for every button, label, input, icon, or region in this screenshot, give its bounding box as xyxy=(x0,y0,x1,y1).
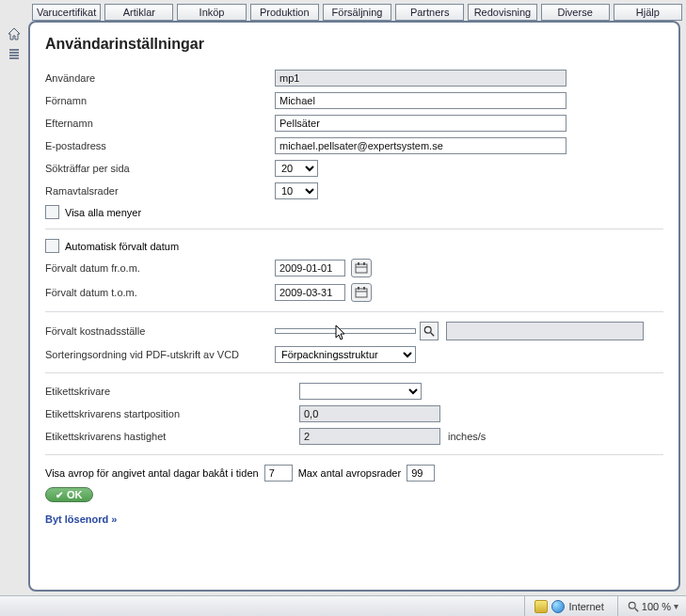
label-firstname: Förnamn xyxy=(45,95,275,106)
page-title: Användarinställningar xyxy=(45,36,663,53)
home-icon[interactable] xyxy=(7,26,22,41)
tab-inkop[interactable]: Inköp xyxy=(177,4,246,21)
settings-panel: Användarinställningar Användare mp1 Förn… xyxy=(28,21,680,592)
chevron-down-icon[interactable]: ▾ xyxy=(674,601,678,611)
label-user: Användare xyxy=(45,72,275,84)
display-cost-centre xyxy=(446,322,644,340)
label-printer: Etikettskrivare xyxy=(45,386,299,397)
list-icon[interactable] xyxy=(7,47,22,62)
select-framerows[interactable]: 10 xyxy=(275,182,318,199)
label-cost-centre: Förvalt kostnadsställe xyxy=(45,325,275,337)
magnifier-icon xyxy=(628,601,639,612)
select-hits[interactable]: 20 xyxy=(275,160,318,177)
input-date-from[interactable]: 2009-01-01 xyxy=(275,260,345,276)
divider xyxy=(45,372,663,373)
tab-redovisning[interactable]: Redovisning xyxy=(468,4,536,21)
label-avrop-max: Max antal avropsrader xyxy=(298,467,401,479)
input-cost-centre[interactable] xyxy=(275,328,416,334)
svg-rect-1 xyxy=(358,262,359,265)
label-hits: Sökträffar per sida xyxy=(45,163,275,174)
input-email[interactable]: michael.pellsater@expertsystem.se xyxy=(275,137,566,154)
tab-artiklar[interactable]: Artiklar xyxy=(104,4,173,21)
label-auto-default-date: Automatisk förvalt datum xyxy=(65,241,179,252)
label-printer-start: Etikettskrivarens startposition xyxy=(45,408,299,419)
calendar-to-button[interactable] xyxy=(351,283,372,302)
label-lastname: Efternamn xyxy=(45,118,275,129)
globe-icon xyxy=(551,600,565,613)
label-speed-unit: inches/s xyxy=(448,431,486,442)
shield-icon xyxy=(534,600,548,613)
svg-rect-0 xyxy=(356,264,367,273)
input-lastname[interactable]: Pellsäter xyxy=(275,115,566,132)
change-password-link[interactable]: Byt lösenord » xyxy=(45,513,117,525)
select-sort-pdf[interactable]: Förpackningsstruktur xyxy=(275,346,416,363)
label-printer-speed: Etikettskrivarens hastighet xyxy=(45,431,299,442)
left-toolbar xyxy=(0,21,28,594)
svg-rect-2 xyxy=(363,262,365,265)
calendar-icon xyxy=(355,287,368,298)
calendar-icon xyxy=(355,262,368,274)
label-date-to: Förvalt datum t.o.m. xyxy=(45,287,275,298)
lookup-cost-centre-button[interactable] xyxy=(420,322,439,340)
divider xyxy=(45,311,663,312)
input-firstname[interactable]: Michael xyxy=(275,92,566,109)
tab-partners[interactable]: Partners xyxy=(395,4,464,21)
input-avrop-days[interactable]: 7 xyxy=(264,465,293,482)
svg-rect-3 xyxy=(356,289,367,297)
ok-button[interactable]: ✔ OK xyxy=(45,487,93,502)
label-show-all-menus: Visa alla menyer xyxy=(65,207,141,218)
tab-produktion[interactable]: Produktion xyxy=(250,4,319,21)
input-avrop-max[interactable]: 99 xyxy=(407,465,435,482)
status-bar: Internet 100 % ▾ xyxy=(0,595,686,616)
divider xyxy=(45,229,663,229)
svg-point-6 xyxy=(424,326,431,333)
svg-rect-4 xyxy=(358,287,359,290)
label-avrop-days: Visa avrop för angivet antal dagar bakåt… xyxy=(45,467,259,479)
value-printer-speed: 2 xyxy=(299,428,440,445)
label-sort-pdf: Sorteringsordning vid PDF-utskrift av VC… xyxy=(45,349,275,360)
divider xyxy=(45,454,663,455)
ok-button-label: OK xyxy=(67,489,83,500)
svg-point-7 xyxy=(629,602,635,608)
tab-hjalp[interactable]: Hjälp xyxy=(614,4,682,21)
label-date-from: Förvalt datum fr.o.m. xyxy=(45,262,275,274)
svg-rect-5 xyxy=(363,287,365,290)
input-date-to[interactable]: 2009-03-31 xyxy=(275,284,345,301)
label-email: E-postadress xyxy=(45,140,275,151)
select-printer[interactable] xyxy=(299,383,422,400)
checkbox-auto-default-date[interactable] xyxy=(45,239,59,253)
tab-forsaljning[interactable]: Försäljning xyxy=(323,4,391,21)
label-framerows: Ramavtalsrader xyxy=(45,185,275,197)
value-printer-start: 0,0 xyxy=(299,405,440,422)
zoom-label: 100 % ▾ xyxy=(628,601,678,612)
checkbox-show-all-menus[interactable] xyxy=(45,205,59,219)
tab-diverse[interactable]: Diverse xyxy=(541,4,610,21)
main-tabs: Varucertifikat Artiklar Inköp Produktion… xyxy=(0,0,686,21)
magnifier-icon xyxy=(423,325,435,337)
tab-varucertifikat[interactable]: Varucertifikat xyxy=(32,4,101,21)
value-user: mp1 xyxy=(275,70,566,87)
status-zone-label: Internet xyxy=(568,601,603,612)
calendar-from-button[interactable] xyxy=(351,259,372,277)
check-icon: ✔ xyxy=(56,490,63,500)
